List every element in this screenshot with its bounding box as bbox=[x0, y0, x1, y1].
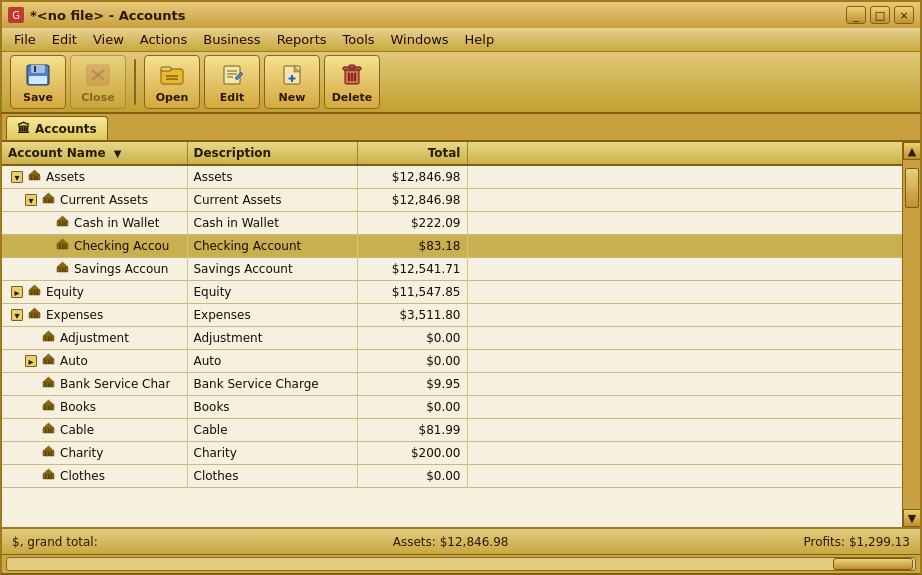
save-label: Save bbox=[23, 91, 53, 104]
extra-cell bbox=[467, 419, 902, 442]
table-row[interactable]: ▾ExpensesExpenses$3,511.80 bbox=[2, 304, 902, 327]
extra-cell bbox=[467, 189, 902, 212]
account-name-cell: ▸Auto bbox=[2, 350, 187, 373]
table-row[interactable]: Bank Service CharBank Service Charge$9.9… bbox=[2, 373, 902, 396]
account-total-cell: $0.00 bbox=[357, 465, 467, 488]
close-button[interactable]: × bbox=[894, 6, 914, 24]
account-name-cell: ▾Expenses bbox=[2, 304, 187, 327]
table-row[interactable]: ▸EquityEquity$11,547.85 bbox=[2, 281, 902, 304]
expand-button[interactable]: ▸ bbox=[25, 355, 37, 367]
open-label: Open bbox=[156, 91, 189, 104]
extra-cell bbox=[467, 465, 902, 488]
account-total-cell: $200.00 bbox=[357, 442, 467, 465]
table-row[interactable]: AdjustmentAdjustment$0.00 bbox=[2, 327, 902, 350]
table-wrapper[interactable]: Account Name ▼ Description Total ▾Assets… bbox=[2, 142, 920, 527]
maximize-button[interactable]: □ bbox=[870, 6, 890, 24]
account-total-cell: $9.95 bbox=[357, 373, 467, 396]
menu-business[interactable]: Business bbox=[195, 30, 268, 49]
svg-rect-39 bbox=[62, 222, 64, 226]
svg-rect-64 bbox=[48, 337, 50, 341]
table-row[interactable]: CableCable$81.99 bbox=[2, 419, 902, 442]
table-row[interactable]: ▾AssetsAssets$12,846.98 bbox=[2, 165, 902, 189]
table-row[interactable]: Checking AccouChecking Account$83.18 bbox=[2, 235, 902, 258]
table-row[interactable]: ▸AutoAuto$0.00 bbox=[2, 350, 902, 373]
menu-windows[interactable]: Windows bbox=[383, 30, 457, 49]
menu-edit[interactable]: Edit bbox=[44, 30, 85, 49]
menu-tools[interactable]: Tools bbox=[335, 30, 383, 49]
edit-button[interactable]: Edit bbox=[204, 55, 260, 109]
account-total-cell: $222.09 bbox=[357, 212, 467, 235]
close-button[interactable]: Close bbox=[70, 55, 126, 109]
table-row[interactable]: BooksBooks$0.00 bbox=[2, 396, 902, 419]
expand-button[interactable]: ▸ bbox=[11, 286, 23, 298]
menu-reports[interactable]: Reports bbox=[269, 30, 335, 49]
open-icon bbox=[158, 61, 186, 89]
vertical-scrollbar[interactable]: ▲ ▼ bbox=[902, 142, 920, 527]
tab-accounts[interactable]: 🏛 Accounts bbox=[6, 116, 108, 140]
table-row[interactable]: CharityCharity$200.00 bbox=[2, 442, 902, 465]
account-name-text: Clothes bbox=[60, 469, 105, 483]
svg-rect-49 bbox=[62, 268, 64, 272]
svg-marker-92 bbox=[43, 469, 54, 474]
extra-cell bbox=[467, 304, 902, 327]
table-row[interactable]: ▾Current AssetsCurrent Assets$12,846.98 bbox=[2, 189, 902, 212]
scroll-thumb[interactable] bbox=[905, 168, 919, 208]
profits-label: Profits: bbox=[803, 535, 845, 549]
col-header-total[interactable]: Total bbox=[357, 142, 467, 165]
account-name-text: Adjustment bbox=[60, 331, 129, 345]
accounts-table-container: Account Name ▼ Description Total ▾Assets… bbox=[2, 142, 920, 527]
col-header-name[interactable]: Account Name ▼ bbox=[2, 142, 187, 165]
account-name-cell: Bank Service Char bbox=[2, 373, 187, 396]
horizontal-scrollbar[interactable] bbox=[6, 557, 916, 571]
menu-actions[interactable]: Actions bbox=[132, 30, 196, 49]
account-description-cell: Cash in Wallet bbox=[187, 212, 357, 235]
svg-marker-72 bbox=[43, 377, 54, 382]
scroll-down-button[interactable]: ▼ bbox=[903, 509, 920, 527]
svg-rect-34 bbox=[48, 199, 50, 203]
col-header-description[interactable]: Description bbox=[187, 142, 357, 165]
h-scroll-thumb[interactable] bbox=[833, 558, 913, 570]
account-type-icon bbox=[42, 422, 55, 438]
menu-view[interactable]: View bbox=[85, 30, 132, 49]
account-name-cell: Cash in Wallet bbox=[2, 212, 187, 235]
expand-button[interactable]: ▾ bbox=[11, 309, 23, 321]
account-total-cell: $3,511.80 bbox=[357, 304, 467, 327]
expand-button[interactable]: ▾ bbox=[11, 171, 23, 183]
table-row[interactable]: Cash in WalletCash in Wallet$222.09 bbox=[2, 212, 902, 235]
new-button[interactable]: New bbox=[264, 55, 320, 109]
scroll-up-button[interactable]: ▲ bbox=[903, 142, 920, 160]
delete-label: Delete bbox=[332, 91, 373, 104]
accounts-table: Account Name ▼ Description Total ▾Assets… bbox=[2, 142, 902, 488]
svg-marker-87 bbox=[43, 446, 54, 451]
account-type-icon bbox=[56, 215, 69, 231]
window-title: *<no file> - Accounts bbox=[30, 8, 186, 23]
svg-rect-1 bbox=[31, 65, 45, 73]
account-name-text: Books bbox=[60, 400, 96, 414]
account-description-cell: Clothes bbox=[187, 465, 357, 488]
svg-rect-40 bbox=[65, 222, 67, 226]
menu-bar: File Edit View Actions Business Reports … bbox=[0, 28, 922, 52]
tab-bar: 🏛 Accounts bbox=[2, 114, 920, 142]
save-button[interactable]: Save bbox=[10, 55, 66, 109]
minimize-button[interactable]: _ bbox=[846, 6, 866, 24]
svg-rect-8 bbox=[161, 67, 171, 71]
account-description-cell: Auto bbox=[187, 350, 357, 373]
menu-help[interactable]: Help bbox=[457, 30, 503, 49]
extra-cell bbox=[467, 350, 902, 373]
delete-button[interactable]: Delete bbox=[324, 55, 380, 109]
table-row[interactable]: ClothesClothes$0.00 bbox=[2, 465, 902, 488]
account-total-cell: $12,846.98 bbox=[357, 189, 467, 212]
tab-accounts-icon: 🏛 bbox=[17, 121, 30, 136]
svg-rect-48 bbox=[59, 268, 61, 272]
account-name-cell: Checking Accou bbox=[2, 235, 187, 258]
table-row[interactable]: Savings AccounSavings Account$12,541.71 bbox=[2, 258, 902, 281]
account-total-cell: $83.18 bbox=[357, 235, 467, 258]
sort-icon: ▼ bbox=[114, 148, 122, 159]
close-icon bbox=[84, 61, 112, 89]
expand-button[interactable]: ▾ bbox=[25, 194, 37, 206]
menu-file[interactable]: File bbox=[6, 30, 44, 49]
svg-rect-44 bbox=[62, 245, 64, 249]
account-description-cell: Assets bbox=[187, 165, 357, 189]
open-button[interactable]: Open bbox=[144, 55, 200, 109]
save-icon bbox=[24, 61, 52, 89]
